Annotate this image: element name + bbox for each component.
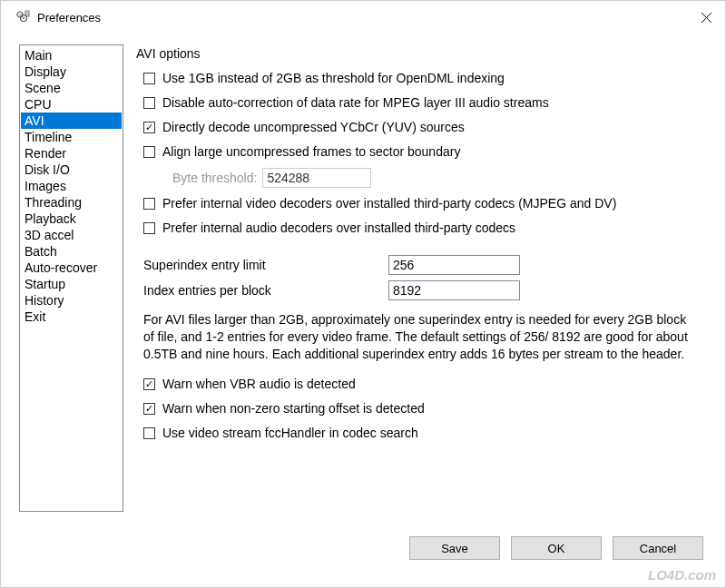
sidebar-item-playback[interactable]: Playback xyxy=(21,211,122,227)
sidebar-item-render[interactable]: Render xyxy=(21,145,122,162)
checkbox-direct-decode[interactable] xyxy=(143,122,155,133)
checkbox-warn-vbr[interactable] xyxy=(143,378,155,390)
checkbox-warn-offset[interactable] xyxy=(143,403,155,415)
option-direct-decode[interactable]: Directly decode uncompressed YCbCr (YUV)… xyxy=(143,119,707,136)
checkbox-fcchandler[interactable] xyxy=(143,427,155,439)
sidebar-item-auto-recover[interactable]: Auto-recover xyxy=(21,260,122,276)
checkbox-align-frames[interactable] xyxy=(143,146,155,158)
byte-threshold-row: Byte threshold: xyxy=(172,168,707,188)
option-label: Warn when VBR audio is detected xyxy=(162,376,707,393)
window-close-button[interactable] xyxy=(698,9,714,25)
option-label: Disable auto-correction of data rate for… xyxy=(162,94,707,112)
option-disable-autocorrect[interactable]: Disable auto-correction of data rate for… xyxy=(143,94,707,112)
titlebar: Preferences xyxy=(1,1,725,34)
superindex-input[interactable] xyxy=(388,255,520,275)
option-prefer-audio-decoder[interactable]: Prefer internal audio decoders over inst… xyxy=(143,220,707,237)
svg-point-3 xyxy=(23,17,25,19)
app-icon xyxy=(15,10,30,24)
sidebar-item-images[interactable]: Images xyxy=(21,178,122,194)
watermark: LO4D.com xyxy=(648,567,716,583)
option-label: Use video stream fccHandler in codec sea… xyxy=(162,425,707,442)
byte-threshold-label: Byte threshold: xyxy=(172,171,257,185)
close-icon xyxy=(701,13,711,23)
checkbox-opendml[interactable] xyxy=(143,73,155,84)
save-button[interactable]: Save xyxy=(409,536,500,560)
option-align-frames[interactable]: Align large uncompressed frames to secto… xyxy=(143,143,707,161)
sidebar-item-display[interactable]: Display xyxy=(21,64,122,80)
index-entries-input[interactable] xyxy=(388,280,520,300)
option-label: Prefer internal audio decoders over inst… xyxy=(162,220,707,237)
index-entries-label: Index entries per block xyxy=(143,283,388,298)
sidebar-item-threading[interactable]: Threading xyxy=(21,194,122,211)
option-prefer-video-decoder[interactable]: Prefer internal video decoders over inst… xyxy=(143,195,707,212)
sidebar-item-avi[interactable]: AVI xyxy=(21,113,122,129)
option-opendml-threshold[interactable]: Use 1GB instead of 2GB as threshold for … xyxy=(143,70,707,87)
option-label: Directly decode uncompressed YCbCr (YUV)… xyxy=(162,119,707,136)
byte-threshold-input[interactable] xyxy=(262,168,371,188)
content-area: MainDisplaySceneCPUAVITimelineRenderDisk… xyxy=(1,34,725,523)
superindex-row: Superindex entry limit xyxy=(143,255,707,275)
info-text: For AVI files larger than 2GB, approxima… xyxy=(143,311,700,363)
ok-button[interactable]: OK xyxy=(511,536,602,560)
sidebar-item-history[interactable]: History xyxy=(21,292,122,309)
option-label: Align large uncompressed frames to secto… xyxy=(162,143,707,161)
checkbox-disable-autocorrect[interactable] xyxy=(143,97,155,109)
window-title: Preferences xyxy=(37,11,698,24)
sidebar-item-startup[interactable]: Startup xyxy=(21,276,122,292)
checkbox-prefer-video[interactable] xyxy=(143,198,155,210)
sidebar-item-timeline[interactable]: Timeline xyxy=(21,129,122,145)
index-entries-row: Index entries per block xyxy=(143,280,707,300)
sidebar-item-main[interactable]: Main xyxy=(21,47,122,64)
svg-point-1 xyxy=(19,14,21,15)
sidebar-list[interactable]: MainDisplaySceneCPUAVITimelineRenderDisk… xyxy=(19,44,123,512)
checkbox-prefer-audio[interactable] xyxy=(143,222,155,234)
sidebar-item-cpu[interactable]: CPU xyxy=(21,96,122,113)
sidebar-item-exit[interactable]: Exit xyxy=(21,309,122,325)
dialog-button-row: Save OK Cancel xyxy=(409,536,703,560)
group-title: AVI options xyxy=(136,46,707,61)
sidebar-item-disk-i-o[interactable]: Disk I/O xyxy=(21,162,122,178)
option-warn-vbr[interactable]: Warn when VBR audio is detected xyxy=(143,376,707,393)
sidebar-item-scene[interactable]: Scene xyxy=(21,80,122,96)
option-fcchandler[interactable]: Use video stream fccHandler in codec sea… xyxy=(143,425,707,442)
sidebar-item-3d-accel[interactable]: 3D accel xyxy=(21,227,122,243)
sidebar-item-batch[interactable]: Batch xyxy=(21,243,122,260)
cancel-button[interactable]: Cancel xyxy=(613,536,703,560)
option-warn-offset[interactable]: Warn when non-zero starting offset is de… xyxy=(143,400,707,417)
main-panel: AVI options Use 1GB instead of 2GB as th… xyxy=(136,44,707,512)
option-label: Warn when non-zero starting offset is de… xyxy=(162,400,707,417)
option-label: Use 1GB instead of 2GB as threshold for … xyxy=(162,70,707,87)
option-label: Prefer internal video decoders over inst… xyxy=(162,195,707,212)
superindex-label: Superindex entry limit xyxy=(143,258,388,272)
